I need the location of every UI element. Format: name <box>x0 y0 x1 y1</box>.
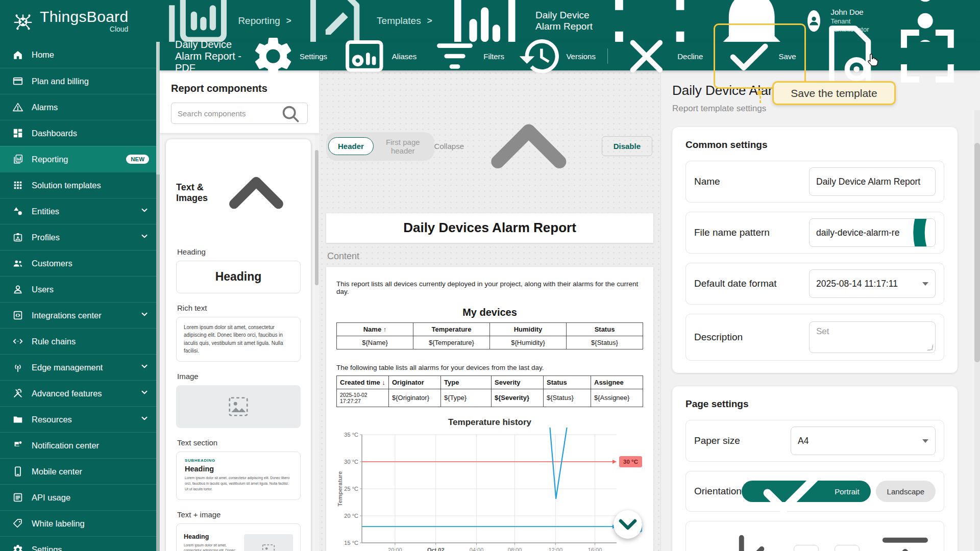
editor-fullscreen-button[interactable] <box>888 17 967 95</box>
portrait-button[interactable]: Portrait <box>742 481 871 502</box>
report-content-section[interactable]: This report lists all devices currently … <box>326 267 653 551</box>
sidebar-item-api-usage[interactable]: API usage <box>0 484 156 510</box>
sidebar-item-profiles[interactable]: Profiles <box>0 224 156 250</box>
svg-text:Oct 02: Oct 02 <box>427 547 445 551</box>
report-intro-text: This report lists all devices currently … <box>336 280 643 295</box>
chevron-down-icon <box>140 414 149 425</box>
sidebar-item-settings[interactable]: Settings <box>0 536 156 551</box>
thingsboard-logo[interactable]: ThingsBoard Cloud <box>0 9 128 33</box>
gear-icon <box>250 33 296 79</box>
chevron-up-icon <box>212 148 301 237</box>
sidebar-item-plan-and-billing[interactable]: Plan and billing <box>0 68 156 94</box>
group-header[interactable]: Text & Images <box>176 148 301 237</box>
component-label-text-image: Text + image <box>177 510 300 519</box>
sidebar-item-dashboards[interactable]: Dashboards <box>0 120 156 146</box>
profiles-icon <box>12 232 23 243</box>
caret-down-icon <box>922 439 928 443</box>
sidebar-item-home[interactable]: Home <box>0 42 156 68</box>
save-tooltip: Save the template <box>772 81 896 105</box>
filters-button[interactable]: Filters <box>423 27 511 86</box>
margin-left-icon <box>729 528 790 551</box>
tab-first-page-header[interactable]: First page header <box>374 134 432 159</box>
sidebar-item-rule-chains[interactable]: Rule chains <box>0 328 156 354</box>
apps-grid-icon <box>12 180 23 191</box>
report-title: Daily Devices Alarm Report <box>403 220 576 236</box>
thingsboard-app: ThingsBoard Cloud Reporting>Templates>Da… <box>0 0 980 551</box>
component-heading[interactable]: Heading <box>176 261 301 293</box>
report-preview-panel: Header First page header Collapse Disabl… <box>319 70 661 551</box>
table-row: 2025-10-02 17:27:27${Originator}${Type}$… <box>337 389 643 407</box>
template-title: Daily Device Alarm Report - PDF <box>175 39 243 74</box>
sidebar-scrollbar[interactable] <box>156 42 160 551</box>
tab-header[interactable]: Header <box>328 137 374 155</box>
component-label-rich-text: Rich text <box>177 304 300 312</box>
settings-scrollbar[interactable] <box>974 110 980 551</box>
margin-left-input[interactable]: 20 <box>794 545 819 551</box>
help-icon[interactable] <box>900 218 936 247</box>
image-placeholder-icon <box>227 395 250 418</box>
report-header-section[interactable]: Daily Devices Alarm Report <box>326 213 653 243</box>
collapse-button[interactable]: Collapse <box>434 85 591 208</box>
aliases-button[interactable]: Aliases <box>334 28 423 85</box>
column-header: Type <box>441 375 492 389</box>
description-textarea[interactable]: Set <box>809 321 936 353</box>
chevron-down-icon <box>140 388 149 399</box>
sidebar-item-users[interactable]: Users <box>0 276 156 302</box>
component-rich-text[interactable]: Lorem ipsum dolor sit amet, consectetur … <box>176 317 301 362</box>
sidebar-item-mobile-center[interactable]: Mobile center <box>0 458 156 484</box>
components-scrollbar[interactable] <box>315 132 318 551</box>
column-header: Name ↑ <box>337 322 413 336</box>
column-header: Status <box>567 322 643 336</box>
decline-button[interactable]: Decline <box>612 24 709 88</box>
default-date-format-row: Default date format 2025-08-14 11:17:11 <box>685 263 944 305</box>
disable-button[interactable]: Disable <box>602 136 652 156</box>
header-tabs: Header First page header <box>326 132 434 161</box>
user-name: John Doe <box>830 8 869 17</box>
sidebar-item-advanced-features[interactable]: Advanced features <box>0 380 156 406</box>
landscape-button[interactable]: Landscape <box>876 481 936 502</box>
svg-text:04:00: 04:00 <box>470 547 484 551</box>
margin-top-input[interactable]: 20 <box>835 545 860 551</box>
search-input[interactable] <box>178 109 279 118</box>
settings-button[interactable]: Settings <box>243 29 334 84</box>
scroll-down-button[interactable] <box>614 510 642 539</box>
integrations-icon <box>12 310 23 321</box>
column-header: Assignee <box>591 375 643 389</box>
sidebar-item-solution-templates[interactable]: Solution templates <box>0 172 156 198</box>
file-name-pattern-row: File name pattern daily-device-alarm-re <box>685 212 944 254</box>
sidebar-item-white-labeling[interactable]: White labeling <box>0 510 156 536</box>
svg-text:20 °C: 20 °C <box>344 513 358 519</box>
sidebar-item-integrations-center[interactable]: Integrations center <box>0 302 156 328</box>
paper-size-select[interactable]: A4 <box>791 427 936 455</box>
entities-icon <box>12 206 23 217</box>
logo-subtitle: Cloud <box>110 26 129 33</box>
component-label-heading: Heading <box>177 247 300 256</box>
file-name-pattern-input[interactable]: daily-device-alarm-re <box>809 218 936 247</box>
search-components-field[interactable] <box>171 103 308 124</box>
component-label-text-section: Text section <box>177 438 300 447</box>
devices-table: Name ↑TemperatureHumidityStatus${Name}${… <box>336 322 643 349</box>
sidebar-item-edge-management[interactable]: Edge management <box>0 354 156 380</box>
sidebar-item-customers[interactable]: Customers <box>0 250 156 276</box>
sidebar-item-notification-center[interactable]: Notification center <box>0 432 156 458</box>
common-settings-card: Common settings Name Daily Device Alarm … <box>672 127 958 373</box>
sidebar-item-alarms[interactable]: Alarms <box>0 94 156 120</box>
component-text-image[interactable]: HeadingLorem ipsum dolor sit amet, conse… <box>176 523 301 551</box>
image-placeholder-icon <box>261 543 276 551</box>
save-button[interactable]: Save <box>717 26 802 86</box>
versions-button[interactable]: Versions <box>511 29 602 83</box>
customers-icon <box>12 258 23 269</box>
sidebar-item-reporting[interactable]: ReportingNEW <box>0 146 156 172</box>
orientation-row: Orientation Portrait Landscape <box>685 471 944 512</box>
sidebar-item-resources[interactable]: Resources <box>0 406 156 432</box>
date-format-select[interactable]: 2025-08-14 11:17:11 <box>809 269 936 298</box>
component-label-image: Image <box>177 372 300 381</box>
logo-title: ThingsBoard <box>40 9 128 24</box>
new-badge: NEW <box>126 155 149 164</box>
sidebar-item-entities[interactable]: Entities <box>0 198 156 224</box>
name-input[interactable]: Daily Device Alarm Report <box>809 167 936 196</box>
rule-chains-icon <box>12 336 23 347</box>
component-text-section[interactable]: SUBHEADINGHeadingLorem ipsum dolor sit a… <box>176 452 301 500</box>
component-image[interactable] <box>176 385 301 428</box>
chevron-up-icon <box>467 85 591 208</box>
